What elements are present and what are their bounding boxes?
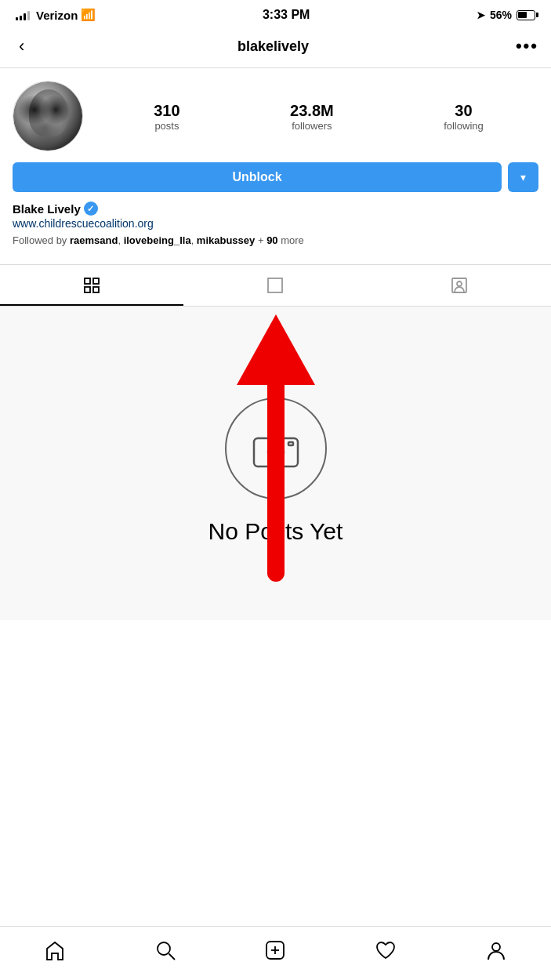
- battery-percent: 56%: [490, 9, 512, 21]
- following-count: 30: [455, 101, 472, 120]
- stats-row: 310 posts 23.8M followers 30 following: [99, 101, 538, 132]
- no-posts-section: No Posts Yet: [0, 307, 551, 620]
- svg-rect-4: [268, 278, 282, 292]
- display-name: Blake Lively: [13, 202, 81, 216]
- tab-bar: [0, 265, 551, 307]
- stat-following: 30 following: [444, 101, 484, 132]
- profile-website[interactable]: www.childrescuecoalition.org: [13, 217, 538, 230]
- status-right: ➤ 56%: [477, 9, 535, 21]
- bottom-nav: [0, 926, 551, 980]
- signal-bars: [16, 9, 30, 20]
- svg-point-13: [158, 942, 170, 955]
- posts-label: posts: [154, 120, 179, 132]
- svg-point-18: [492, 943, 500, 951]
- dropdown-button[interactable]: ▾: [508, 162, 538, 192]
- followers-count: 23.8M: [290, 101, 334, 120]
- svg-point-11: [271, 448, 281, 457]
- stat-posts: 310 posts: [154, 101, 179, 132]
- add-icon: [264, 939, 286, 961]
- nav-header: ‹ blakelively •••: [0, 27, 551, 68]
- nav-home[interactable]: [28, 936, 82, 964]
- profile-section: 310 posts 23.8M followers 30 following U…: [0, 68, 551, 258]
- nav-heart[interactable]: [359, 936, 412, 964]
- more-options-button[interactable]: •••: [516, 36, 538, 56]
- svg-line-14: [169, 954, 175, 960]
- camera-icon: [252, 429, 299, 468]
- following-label: following: [444, 120, 484, 132]
- feed-icon: [266, 276, 285, 295]
- tab-grid[interactable]: [0, 265, 183, 306]
- back-button[interactable]: ‹: [13, 33, 31, 60]
- unblock-button[interactable]: Unblock: [13, 162, 502, 192]
- content-area: No Posts Yet: [0, 307, 551, 620]
- main-content: 310 posts 23.8M followers 30 following U…: [0, 68, 551, 683]
- camera-circle: [225, 397, 327, 499]
- nav-search[interactable]: [139, 936, 192, 964]
- posts-count: 310: [154, 101, 179, 120]
- grid-icon: [82, 276, 101, 295]
- verified-badge: ✓: [84, 201, 98, 216]
- status-left: Verizon 📶: [16, 8, 96, 22]
- profile-icon: [485, 939, 507, 961]
- tagged-icon: [450, 276, 469, 295]
- svg-rect-12: [288, 442, 293, 445]
- nav-add[interactable]: [248, 936, 302, 964]
- wifi-icon: 📶: [81, 8, 96, 22]
- profile-followed-by: Followed by raemsand, ilovebeing_lla, mi…: [13, 233, 538, 249]
- no-posts-label: No Posts Yet: [208, 518, 343, 545]
- profile-top: 310 posts 23.8M followers 30 following: [13, 81, 538, 151]
- svg-point-6: [457, 281, 462, 286]
- status-bar: Verizon 📶 3:33 PM ➤ 56%: [0, 0, 551, 27]
- svg-rect-0: [85, 278, 90, 284]
- status-time: 3:33 PM: [263, 8, 310, 22]
- profile-username: blakelively: [237, 38, 309, 55]
- stat-followers: 23.8M followers: [290, 101, 334, 132]
- followers-label: followers: [292, 120, 332, 132]
- svg-rect-2: [85, 287, 90, 292]
- svg-rect-3: [93, 287, 99, 292]
- location-icon: ➤: [477, 9, 485, 21]
- action-buttons: Unblock ▾: [13, 162, 538, 192]
- svg-rect-1: [93, 278, 99, 284]
- tab-feed[interactable]: [183, 265, 367, 306]
- heart-icon: [375, 939, 397, 961]
- avatar: [13, 81, 83, 151]
- nav-profile[interactable]: [469, 936, 523, 964]
- battery-icon: [517, 10, 535, 20]
- carrier-label: Verizon: [36, 9, 78, 22]
- tab-tagged[interactable]: [368, 265, 551, 306]
- avatar-image: [13, 82, 83, 151]
- profile-name-row: Blake Lively ✓: [13, 201, 538, 216]
- home-icon: [44, 939, 66, 961]
- search-icon: [154, 939, 176, 961]
